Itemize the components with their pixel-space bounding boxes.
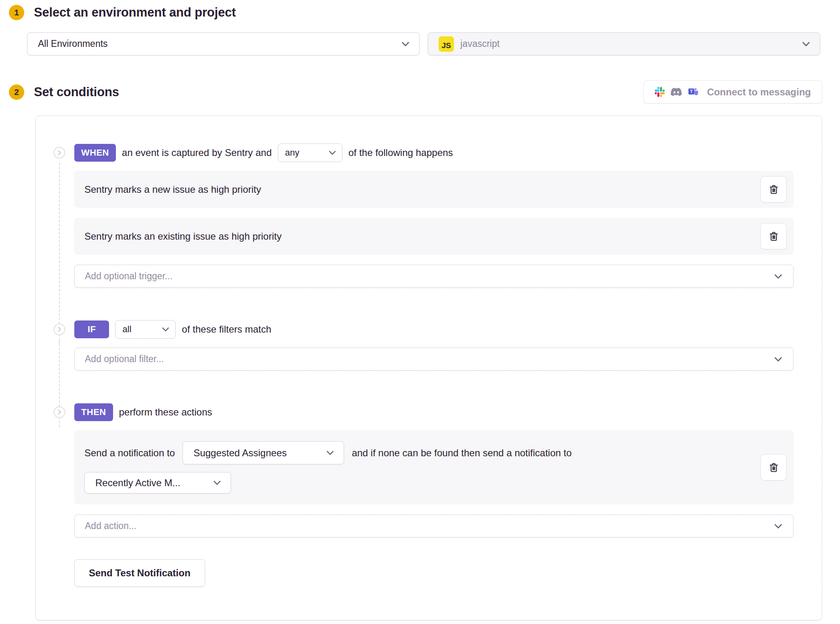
add-filter-select[interactable]: Add optional filter...	[74, 348, 794, 371]
chevron-down-icon	[212, 478, 222, 487]
step2-number-badge: 2	[9, 84, 24, 100]
chevron-down-icon	[773, 521, 783, 531]
condition-row: Sentry marks a new issue as high priorit…	[74, 171, 794, 208]
condition-text: Sentry marks a new issue as high priorit…	[84, 184, 261, 195]
if-collapse-toggle-icon[interactable]	[53, 323, 65, 335]
step2-header-row: 2 Set conditions T	[9, 80, 822, 103]
when-suffix-text: of the following happens	[349, 147, 453, 158]
if-badge: IF	[74, 320, 109, 338]
trash-icon	[768, 184, 779, 195]
environment-select[interactable]: All Environments	[27, 32, 420, 55]
then-label-line: THEN perform these actions	[74, 403, 794, 422]
chevron-down-icon	[773, 354, 783, 364]
action-line1: Send a notification to Suggested Assigne…	[84, 441, 760, 464]
project-select-value-wrap: JS javascript	[439, 36, 500, 52]
add-trigger-placeholder: Add optional trigger...	[85, 271, 172, 282]
action-line2: Recently Active M...	[84, 472, 760, 493]
connect-to-messaging-label: Connect to messaging	[707, 86, 811, 98]
step1-number-badge: 1	[9, 5, 24, 20]
then-suffix-text: perform these actions	[119, 407, 212, 418]
action-text-middle: and if none can be found then send a not…	[352, 447, 571, 459]
then-collapse-toggle-icon[interactable]	[53, 406, 65, 418]
when-section: WHEN an event is captured by Sentry and …	[53, 143, 794, 320]
action-row: Send a notification to Suggested Assigne…	[74, 430, 794, 504]
if-match-value: all	[122, 324, 131, 335]
when-match-value: any	[285, 148, 299, 158]
if-label-line: IF all of these filters match	[74, 320, 794, 339]
environment-select-value: All Environments	[38, 38, 108, 49]
conditions-panel: WHEN an event is captured by Sentry and …	[35, 116, 822, 620]
if-match-select[interactable]: all	[115, 320, 176, 339]
ms-teams-icon: T	[688, 86, 699, 97]
when-collapse-toggle-icon[interactable]	[53, 147, 65, 159]
trash-icon	[768, 231, 779, 242]
chevron-down-icon	[401, 39, 410, 49]
alert-rule-page: 1 Select an environment and project All …	[0, 0, 840, 624]
add-filter-placeholder: Add optional filter...	[85, 354, 164, 365]
step2-header: 2 Set conditions	[9, 84, 119, 100]
action-text-before: Send a notification to	[84, 447, 175, 459]
if-suffix-text: of these filters match	[182, 324, 271, 335]
project-select[interactable]: JS javascript	[428, 32, 820, 55]
delete-action-button[interactable]	[760, 454, 787, 481]
notification-fallback-select[interactable]: Recently Active M...	[84, 472, 231, 493]
then-badge: THEN	[74, 403, 113, 421]
when-match-select[interactable]: any	[278, 143, 342, 162]
step2-title: Set conditions	[34, 85, 119, 99]
if-gutter	[53, 320, 74, 403]
send-test-notification-button[interactable]: Send Test Notification	[74, 559, 205, 587]
trash-icon	[768, 462, 779, 473]
add-action-placeholder: Add action...	[85, 521, 136, 531]
when-label-line: WHEN an event is captured by Sentry and …	[74, 143, 794, 162]
action-row-content: Send a notification to Suggested Assigne…	[84, 441, 760, 493]
chevron-down-icon	[326, 448, 335, 457]
delete-condition-button[interactable]	[760, 223, 787, 249]
if-section: IF all of these filters match Add option…	[53, 320, 794, 403]
discord-icon	[671, 86, 682, 97]
when-prefix-text: an event is captured by Sentry and	[122, 147, 272, 158]
javascript-platform-icon: JS	[439, 36, 454, 52]
chevron-down-icon	[801, 39, 811, 49]
chevron-down-icon	[328, 148, 337, 157]
svg-text:T: T	[690, 89, 693, 94]
then-gutter	[53, 403, 74, 587]
step1-title: Select an environment and project	[34, 5, 236, 20]
notification-target-value: Suggested Assignees	[193, 447, 287, 459]
notification-target-select[interactable]: Suggested Assignees	[183, 441, 344, 464]
chevron-down-icon	[161, 325, 170, 334]
when-connector-line	[59, 163, 60, 344]
then-section: THEN perform these actions Send a notifi…	[53, 403, 794, 587]
environment-project-row: All Environments JS javascript	[27, 32, 820, 55]
add-trigger-select[interactable]: Add optional trigger...	[74, 265, 794, 288]
chevron-down-icon	[773, 272, 783, 281]
delete-condition-button[interactable]	[760, 176, 787, 202]
condition-row: Sentry marks an existing issue as high p…	[74, 218, 794, 255]
slack-icon	[655, 87, 665, 97]
condition-text: Sentry marks an existing issue as high p…	[84, 231, 281, 242]
project-select-value: javascript	[460, 38, 500, 49]
step1-header: 1 Select an environment and project	[9, 5, 822, 20]
notification-fallback-value: Recently Active M...	[95, 477, 181, 489]
when-badge: WHEN	[74, 144, 116, 162]
add-action-select[interactable]: Add action...	[74, 514, 794, 538]
connect-to-messaging-button[interactable]: T Connect to messaging	[643, 80, 822, 103]
when-gutter	[53, 143, 74, 320]
